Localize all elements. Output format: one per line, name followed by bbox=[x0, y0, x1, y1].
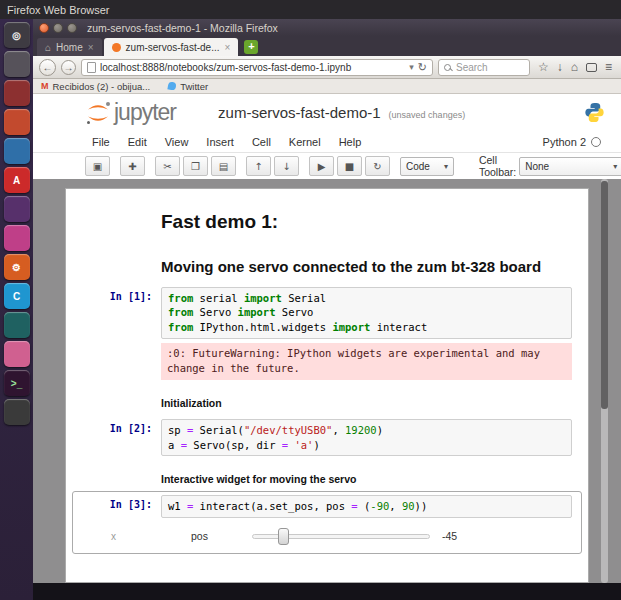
menu-edit[interactable]: Edit bbox=[119, 136, 156, 148]
stop-kernel-button[interactable]: ■ bbox=[337, 156, 362, 176]
scrollbar-thumb[interactable] bbox=[601, 181, 608, 409]
window-maximize-button[interactable] bbox=[67, 23, 77, 33]
bookmark-twitter[interactable]: Twitter bbox=[168, 81, 208, 92]
input-prompt: In [2]: bbox=[73, 419, 161, 456]
launcher-app-teal-icon[interactable] bbox=[4, 312, 30, 338]
code-input[interactable]: w1 = interact(a.set_pos, pos = (-90, 90)… bbox=[161, 495, 572, 518]
code-cell[interactable]: In [2]:sp = Serial("/dev/ttyUSB0", 19200… bbox=[72, 415, 582, 460]
chevron-down-icon: ▾ bbox=[613, 162, 617, 171]
notebook-body: Fast demo 1:Moving one servo connected t… bbox=[33, 179, 621, 583]
window-close-button[interactable] bbox=[39, 23, 49, 33]
notebook-save-status: (unsaved changes) bbox=[389, 110, 466, 120]
jupyter-logo[interactable]: jupyter bbox=[85, 99, 176, 126]
cell-type-value: Code bbox=[406, 161, 430, 172]
desktop-menubar-title: Firefox Web Browser bbox=[7, 4, 110, 16]
tab-notebook[interactable]: zum-servos-fast-de... × bbox=[104, 38, 239, 56]
menu-view[interactable]: View bbox=[156, 136, 198, 148]
launcher-search-lens-icon[interactable] bbox=[4, 51, 30, 77]
markdown-cell[interactable]: Interactive widget for moving the servo bbox=[72, 460, 582, 491]
url-text[interactable]: localhost:8888/notebooks/zum-servos-fast… bbox=[100, 62, 405, 73]
bookmark-star-icon[interactable]: ☆ bbox=[538, 61, 549, 73]
unity-launcher: ◎A⚙C>_ bbox=[0, 19, 33, 600]
window-titlebar[interactable]: zum-servos-fast-demo-1 - Mozilla Firefox bbox=[33, 19, 621, 36]
launcher-ubuntu-dash-icon[interactable]: ◎ bbox=[4, 22, 30, 48]
kernel-indicator: Python 2 bbox=[543, 136, 601, 148]
code-input[interactable]: from serial import Serialfrom Servo impo… bbox=[161, 287, 572, 339]
back-button[interactable]: ← bbox=[39, 59, 56, 76]
launcher-app-red-a-icon[interactable]: A bbox=[4, 167, 30, 193]
tab-close-icon[interactable]: × bbox=[88, 42, 94, 53]
cell-type-select[interactable]: Code ▾ bbox=[400, 157, 454, 176]
restart-kernel-button[interactable]: ↻ bbox=[365, 156, 390, 176]
widget-close-button[interactable]: x bbox=[111, 531, 125, 542]
tab-close-icon[interactable]: × bbox=[225, 42, 231, 53]
save-button[interactable]: ▣ bbox=[85, 156, 110, 176]
launcher-app-maroon-icon[interactable] bbox=[4, 80, 30, 106]
markdown-cell[interactable]: Fast demo 1: bbox=[72, 197, 582, 239]
notebook-title[interactable]: zum-servos-fast-demo-1 bbox=[218, 104, 381, 121]
menu-help[interactable]: Help bbox=[330, 136, 371, 148]
markdown-prompt bbox=[73, 201, 161, 235]
launcher-app-magenta-icon[interactable] bbox=[4, 225, 30, 251]
launcher-app-blue-icon[interactable] bbox=[4, 138, 30, 164]
launcher-app-orange-red-icon[interactable] bbox=[4, 109, 30, 135]
tab-home[interactable]: ⌂ Home × bbox=[37, 38, 102, 56]
markdown-cell[interactable]: Moving one servo connected to the zum bt… bbox=[72, 239, 582, 283]
code-line: sp = Serial("/dev/ttyUSB0", 19200) bbox=[168, 423, 565, 438]
url-bar[interactable]: localhost:8888/notebooks/zum-servos-fast… bbox=[81, 59, 433, 76]
python-logo-icon bbox=[584, 102, 605, 123]
run-cell-button[interactable]: ▶ bbox=[309, 156, 334, 176]
interact-widget-output: xpos-45 bbox=[73, 518, 581, 550]
cell-toolbar-label: Cell Toolbar: bbox=[479, 154, 516, 178]
search-bar[interactable]: Search bbox=[438, 59, 530, 76]
desktop-menubar[interactable]: Firefox Web Browser bbox=[0, 0, 621, 19]
scrollbar-track[interactable] bbox=[601, 179, 608, 583]
input-prompt: In [1]: bbox=[73, 287, 161, 339]
cell-toolbar-value: None bbox=[525, 161, 549, 172]
copy-cell-button[interactable]: ❐ bbox=[183, 156, 208, 176]
cut-cell-button[interactable]: ✂ bbox=[155, 156, 180, 176]
paste-cell-button[interactable]: ▤ bbox=[211, 156, 236, 176]
launcher-app-pink-icon[interactable] bbox=[4, 341, 30, 367]
page-content: jupyter zum-servos-fast-demo-1 (unsaved … bbox=[33, 94, 621, 583]
bookmark-gmail[interactable]: M Recibidos (2) - obijua... bbox=[41, 81, 150, 92]
code-cell[interactable]: In [1]:from serial import Serialfrom Ser… bbox=[72, 283, 582, 385]
downloads-icon[interactable]: ↓ bbox=[557, 61, 563, 73]
move-down-button[interactable]: ↓ bbox=[274, 156, 299, 176]
code-input[interactable]: sp = Serial("/dev/ttyUSB0", 19200)a = Se… bbox=[161, 419, 572, 456]
code-cell[interactable]: In [3]:w1 = interact(a.set_pos, pos = (-… bbox=[72, 491, 582, 554]
slider-track[interactable] bbox=[252, 534, 430, 539]
window-minimize-button[interactable] bbox=[53, 23, 63, 33]
tab-notebook-label: zum-servos-fast-de... bbox=[126, 42, 220, 53]
menu-icon[interactable]: ≡ bbox=[605, 61, 612, 73]
slider-handle[interactable] bbox=[278, 528, 289, 545]
menu-kernel[interactable]: Kernel bbox=[280, 136, 330, 148]
forward-button[interactable]: → bbox=[61, 60, 76, 75]
cell-toolbar-select[interactable]: None ▾ bbox=[519, 157, 621, 176]
home-icon[interactable]: ⌂ bbox=[571, 61, 578, 73]
menu-cell[interactable]: Cell bbox=[243, 136, 280, 148]
menu-file[interactable]: File bbox=[83, 136, 119, 148]
chevron-down-icon: ▾ bbox=[444, 162, 448, 171]
launcher-settings-gear-icon[interactable]: ⚙ bbox=[4, 254, 30, 280]
launcher-terminal-icon[interactable]: >_ bbox=[4, 370, 30, 396]
code-line: from IPython.html.widgets import interac… bbox=[168, 320, 565, 335]
launcher-app-dark-icon[interactable] bbox=[4, 399, 30, 425]
markdown-cell[interactable]: Initialization bbox=[72, 384, 582, 415]
background-terminal-strip bbox=[33, 583, 621, 600]
move-up-button[interactable]: ↑ bbox=[246, 156, 271, 176]
launcher-app-cyan-c-icon[interactable]: C bbox=[4, 283, 30, 309]
new-tab-button[interactable]: + bbox=[244, 40, 258, 54]
reload-icon[interactable]: ↻ bbox=[418, 61, 427, 74]
hello-bubble-icon[interactable] bbox=[586, 63, 597, 72]
add-cell-button[interactable]: ✚ bbox=[120, 156, 145, 176]
search-placeholder: Search bbox=[456, 62, 488, 73]
markdown-heading: Moving one servo connected to the zum bt… bbox=[161, 243, 572, 279]
notebook-toolbar: ▣✚✂❐▤↑↓▶■↻ Code ▾ Cell Toolbar: None ▾ bbox=[33, 153, 621, 179]
code-line: from Servo import Servo bbox=[168, 305, 565, 320]
menu-insert[interactable]: Insert bbox=[197, 136, 243, 148]
markdown-prompt bbox=[73, 464, 161, 487]
url-dropdown-icon[interactable]: ▾ bbox=[409, 62, 414, 72]
menu-items: FileEditViewInsertCellKernelHelp bbox=[83, 136, 370, 148]
launcher-app-purple-icon[interactable] bbox=[4, 196, 30, 222]
